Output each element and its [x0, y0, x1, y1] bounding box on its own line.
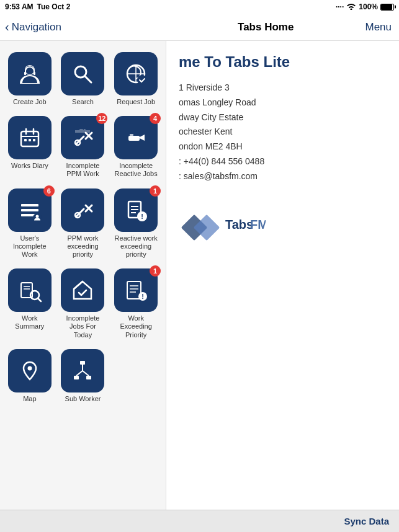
request-job-icon-wrap [114, 52, 158, 95]
work-summary-label: Work Summary [7, 314, 53, 330]
incomplete-ppm-work-icon [70, 125, 95, 150]
incomplete-reactive-jobs-icon-wrap: 4 [114, 116, 158, 159]
create-job-icon-wrap [8, 52, 52, 95]
map-icon-wrap [8, 349, 52, 392]
welcome-title: me To Tabs Lite [179, 53, 290, 71]
sidebar: Create Job Search [0, 41, 166, 510]
search-label: Search [72, 98, 94, 106]
svg-rect-3 [34, 72, 35, 75]
sidebar-item-map[interactable]: Map [6, 347, 54, 406]
svg-rect-23 [21, 209, 38, 211]
status-date: Tue Oct 2 [37, 2, 71, 11]
svg-rect-20 [128, 136, 140, 141]
search-icon-wrap [61, 52, 104, 95]
address-line-3: dway City Estate [179, 110, 264, 125]
sidebar-item-ppm-work-exceeding-priority[interactable]: PPM work exceeding priority [59, 186, 107, 262]
works-diary-icon-wrap [8, 116, 52, 159]
sidebar-item-incomplete-jobs-for-today[interactable]: Incomplete Jobs For Today [59, 266, 107, 342]
svg-marker-41 [74, 282, 91, 299]
nav-header: ‹ Navigation Tabs Home Menu [0, 14, 399, 41]
reactive-work-exceeding-priority-icon-wrap: 1 ! [114, 188, 158, 232]
ppm-work-exceeding-priority-label: PPM work exceeding priority [60, 234, 106, 259]
work-exceeding-priority-icon: ! [123, 278, 148, 303]
sidebar-item-incomplete-ppm-work[interactable]: 12 Incomplete PPM Work [59, 113, 107, 180]
incomplete-jobs-for-today-icon-wrap [61, 268, 104, 312]
wifi-icon [346, 2, 356, 12]
ppm-work-exceeding-priority-icon-wrap [61, 188, 104, 232]
sidebar-item-create-job[interactable]: Create Job [6, 50, 54, 109]
incomplete-ppm-work-badge: 12 [96, 113, 107, 124]
users-incomplete-work-icon-wrap: 6 [8, 188, 52, 232]
menu-grid: Create Job Search [3, 47, 163, 408]
nav-title: Tabs Home [166, 21, 365, 33]
works-diary-icon [17, 125, 42, 150]
svg-rect-21 [130, 134, 133, 136]
incomplete-jobs-for-today-icon [70, 278, 95, 303]
incomplete-reactive-jobs-badge: 4 [150, 113, 161, 124]
svg-text:FM: FM [250, 218, 266, 231]
back-arrow-icon[interactable]: ‹ [5, 20, 9, 34]
users-incomplete-work-icon [17, 198, 42, 223]
reactive-work-exceeding-priority-badge: 1 [150, 185, 161, 197]
nav-back-label[interactable]: Navigation [12, 21, 61, 33]
menu-button[interactable]: Menu [365, 21, 399, 33]
status-time: 9:53 AM [5, 2, 34, 11]
svg-point-26 [35, 215, 38, 218]
svg-rect-51 [86, 376, 91, 379]
sidebar-item-sub-worker[interactable]: Sub Worker [59, 347, 107, 406]
main-content: me To Tabs Lite 1 Riverside 3 omas Longl… [166, 41, 399, 510]
address-line-1: 1 Riverside 3 [179, 81, 264, 95]
svg-rect-49 [80, 361, 85, 365]
work-exceeding-priority-label: Work Exceeding Priority [113, 314, 159, 339]
svg-text:Tabs: Tabs [225, 218, 253, 231]
svg-text:!: ! [141, 213, 143, 220]
email: : sales@tabsfm.com [179, 169, 264, 184]
sidebar-item-users-incomplete-work[interactable]: 6 User's Incomplete Work [6, 186, 54, 262]
map-icon [17, 358, 42, 383]
sidebar-item-incomplete-reactive-jobs[interactable]: 4 Incomplete Reactive Jobs [112, 113, 160, 180]
sidebar-item-work-exceeding-priority[interactable]: 1 ! Work Exceeding Priority [112, 266, 160, 342]
sub-worker-icon-wrap [61, 349, 104, 392]
sidebar-item-search[interactable]: Search [59, 50, 107, 109]
request-job-label: Request Job [117, 98, 155, 106]
svg-rect-15 [29, 139, 31, 141]
incomplete-ppm-work-icon-wrap: 12 [61, 116, 104, 159]
address-line-2: omas Longley Road [179, 95, 264, 110]
users-incomplete-work-badge: 6 [43, 185, 55, 197]
incomplete-reactive-jobs-label: Incomplete Reactive Jobs [113, 162, 159, 178]
svg-line-54 [83, 371, 89, 376]
sub-worker-icon [70, 358, 95, 383]
svg-rect-22 [21, 204, 38, 206]
search-icon [70, 61, 95, 86]
create-job-label: Create Job [13, 98, 47, 106]
tabs-fm-logo: Tabs FM [179, 203, 266, 249]
svg-line-5 [85, 76, 91, 82]
incomplete-jobs-for-today-label: Incomplete Jobs For Today [60, 314, 106, 339]
work-summary-icon [17, 278, 42, 303]
address-block: 1 Riverside 3 omas Longley Road dway Cit… [179, 81, 264, 184]
battery-icon [380, 4, 394, 11]
svg-point-48 [27, 366, 32, 370]
incomplete-reactive-jobs-icon [123, 125, 148, 150]
work-exceeding-priority-badge: 1 [150, 265, 161, 277]
svg-line-53 [76, 371, 83, 376]
signal-icon: ···· [336, 2, 344, 11]
svg-rect-50 [74, 376, 79, 379]
request-job-icon [123, 61, 148, 86]
reactive-work-exceeding-priority-icon: ! [123, 198, 148, 223]
status-bar: 9:53 AM Tue Oct 2 ···· 100% [0, 0, 399, 14]
svg-rect-2 [24, 72, 26, 75]
sidebar-item-works-diary[interactable]: Works Diary [6, 113, 54, 180]
sidebar-item-work-summary[interactable]: Work Summary [6, 266, 54, 342]
sidebar-item-request-job[interactable]: Request Job [112, 50, 160, 109]
svg-rect-16 [33, 139, 35, 141]
sidebar-item-reactive-work-exceeding-priority[interactable]: 1 ! Reactive work exceeding priority [112, 186, 160, 262]
battery-percentage: 100% [359, 2, 378, 11]
reactive-work-exceeding-priority-label: Reactive work exceeding priority [113, 234, 159, 259]
work-exceeding-priority-icon-wrap: 1 ! [114, 268, 158, 312]
phone: : +44(0) 844 556 0488 [179, 154, 264, 169]
sync-data-button[interactable]: Sync Data [344, 516, 389, 526]
work-summary-icon-wrap [8, 268, 52, 312]
svg-text:!: ! [141, 293, 144, 300]
svg-rect-14 [24, 139, 27, 141]
